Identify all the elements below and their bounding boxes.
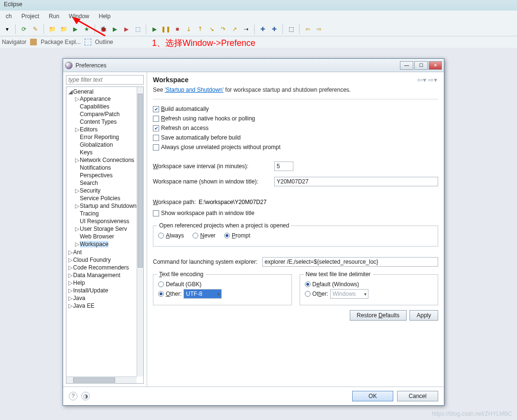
- tree-item: Perspectives: [75, 172, 136, 179]
- tree-item: Web Browser: [75, 233, 136, 240]
- open-ref-legend: Open referenced projects when a project …: [157, 222, 291, 229]
- chk-close-unrelated[interactable]: [153, 144, 159, 151]
- delimiter-combo[interactable]: Windows: [330, 289, 368, 299]
- tree-item: Content Types: [75, 118, 136, 126]
- tree-scrollbar-h[interactable]: [66, 377, 137, 383]
- chk-refresh-access[interactable]: ✔: [153, 125, 159, 131]
- toolbar-icon[interactable]: 📁: [48, 25, 56, 33]
- main-titlebar: Eclipse: [0, 0, 517, 11]
- back-icon[interactable]: ⇦: [303, 25, 312, 33]
- radio-delim-default[interactable]: [305, 281, 311, 287]
- nav-fwd-icon[interactable]: ⇨▾: [427, 76, 438, 84]
- ws-name-label: Workspace name (shown in window title):: [153, 178, 271, 185]
- ws-name-input[interactable]: [274, 177, 438, 186]
- radio-enc-default[interactable]: [158, 281, 164, 287]
- main-toolbar: ▾ ⟳ ✎ 📁 📁 ▶ ★ 🐞 ▶ ▶ ⬚ ▶ ❚❚ ■ ⤓ ⤒ ↘ ↷ ↗ ⇢…: [0, 22, 517, 36]
- filter-input[interactable]: [66, 75, 144, 85]
- radio-prompt[interactable]: [224, 233, 230, 238]
- delimiter-group: New text file line delimiter Default (Wi…: [300, 274, 439, 305]
- help-icon[interactable]: ?: [69, 392, 77, 400]
- page-heading: Workspace: [153, 76, 416, 84]
- tree-item: ▷Install/Update: [68, 287, 136, 294]
- toolbar-icon[interactable]: ✎: [31, 25, 40, 33]
- tree-item: ▷Data Management: [68, 271, 136, 279]
- cmd-explorer-input[interactable]: [262, 257, 438, 267]
- toolbar-icon[interactable]: ▶: [122, 25, 130, 33]
- tree-item: Globalization: [75, 141, 136, 149]
- preferences-sidebar: ◢General ▷Appearance Capabilities Compar…: [63, 72, 147, 387]
- radio-always[interactable]: [158, 233, 164, 238]
- close-button[interactable]: ✕: [429, 61, 442, 70]
- new-icon[interactable]: ✚: [270, 25, 279, 33]
- cancel-button[interactable]: Cancel: [397, 391, 438, 401]
- toolbar-icon[interactable]: ★: [82, 25, 91, 33]
- tab-outline[interactable]: Outline: [95, 39, 113, 45]
- toolbar-icon[interactable]: ▶: [71, 25, 79, 33]
- toolbar-icon[interactable]: ⟳: [20, 25, 28, 33]
- tree-item: ▷Java: [68, 294, 136, 302]
- nav-back-icon[interactable]: ⇦▾: [416, 76, 427, 84]
- save-interval-input[interactable]: [274, 162, 293, 171]
- tree-item: Capabilities: [75, 103, 136, 110]
- preferences-dialog: Preferences — ☐ ✕ ◢General ▷Appearance C…: [63, 58, 444, 406]
- minimize-button[interactable]: —: [400, 61, 413, 70]
- tree-scrollbar-v[interactable]: [137, 87, 143, 377]
- radio-never[interactable]: [193, 233, 198, 238]
- menu-ch[interactable]: ch: [2, 12, 16, 21]
- tree-item: Keys: [75, 149, 136, 156]
- encoding-combo[interactable]: UTF-8: [183, 289, 222, 299]
- stop-icon[interactable]: ■: [173, 25, 182, 33]
- tree-item: ▷Appearance: [75, 95, 136, 103]
- tree-item: ▷Code Recommenders: [68, 264, 136, 271]
- tree-item: ▷Editors: [75, 126, 136, 133]
- toolbar-icon[interactable]: ▾: [3, 25, 11, 33]
- ok-button[interactable]: OK: [352, 391, 393, 401]
- preferences-tree[interactable]: ◢General ▷Appearance Capabilities Compar…: [66, 87, 137, 377]
- tree-item: Compare/Patch: [75, 110, 136, 118]
- step-icon[interactable]: ⤓: [184, 25, 193, 33]
- step-icon[interactable]: ⤒: [196, 25, 205, 33]
- ws-path-value: E:\workspace\Y20M07D27: [199, 199, 267, 205]
- new-icon[interactable]: ✚: [258, 25, 267, 33]
- debug-icon[interactable]: 🐞: [99, 25, 108, 33]
- step-over-icon[interactable]: ↷: [219, 25, 227, 33]
- tree-item: ▷Java EE: [68, 302, 136, 310]
- step-return-icon[interactable]: ↗: [230, 25, 239, 33]
- radio-delim-other[interactable]: [305, 291, 311, 297]
- step-into-icon[interactable]: ↘: [207, 25, 216, 33]
- forward-icon[interactable]: ⇨: [315, 25, 323, 33]
- watermark: https://blog.csdn.net/ZHYLMBC: [432, 410, 512, 417]
- tree-item: UI Responsiveness: [75, 217, 136, 225]
- tree-item: ▷Startup and Shutdown: [75, 202, 136, 210]
- menu-window[interactable]: Window: [65, 12, 93, 21]
- tree-item: Search: [75, 179, 136, 187]
- startup-shutdown-link[interactable]: 'Startup and Shutdown': [165, 86, 224, 93]
- tree-item: ▷User Storage Serv: [75, 225, 136, 233]
- eclipse-icon: [65, 62, 73, 69]
- import-export-icon[interactable]: ◑: [81, 392, 90, 400]
- restore-defaults-button[interactable]: Restore Defaults: [350, 310, 407, 321]
- chk-refresh-native[interactable]: [153, 116, 159, 122]
- menu-project[interactable]: Project: [18, 12, 43, 21]
- menu-run[interactable]: Run: [45, 12, 63, 21]
- toolbar-icon[interactable]: ⬚: [133, 25, 142, 33]
- tab-package-explorer[interactable]: Package Expl...: [41, 39, 80, 45]
- pause-icon[interactable]: ❚❚: [162, 25, 170, 33]
- tab-navigator[interactable]: Navigator: [2, 39, 26, 45]
- toolbar-icon[interactable]: ⇢: [242, 25, 250, 33]
- chk-save-auto[interactable]: [153, 135, 159, 141]
- chk-build-auto[interactable]: ✔: [153, 106, 159, 112]
- toolbar-icon[interactable]: 📁: [59, 25, 68, 33]
- maximize-button[interactable]: ☐: [414, 61, 428, 70]
- tree-item: ▷Help: [68, 279, 136, 287]
- chk-show-path[interactable]: [153, 210, 159, 216]
- apply-button[interactable]: Apply: [409, 310, 438, 321]
- dialog-footer: ? ◑ OK Cancel: [63, 387, 444, 405]
- tree-item: Tracing: [75, 210, 136, 217]
- menu-help[interactable]: Help: [95, 12, 115, 21]
- tree-item: Error Reporting: [75, 133, 136, 141]
- run-icon[interactable]: ▶: [110, 25, 119, 33]
- toolbar-icon[interactable]: ⬚: [287, 25, 295, 33]
- radio-enc-other[interactable]: [158, 291, 164, 297]
- run-icon[interactable]: ▶: [150, 25, 159, 33]
